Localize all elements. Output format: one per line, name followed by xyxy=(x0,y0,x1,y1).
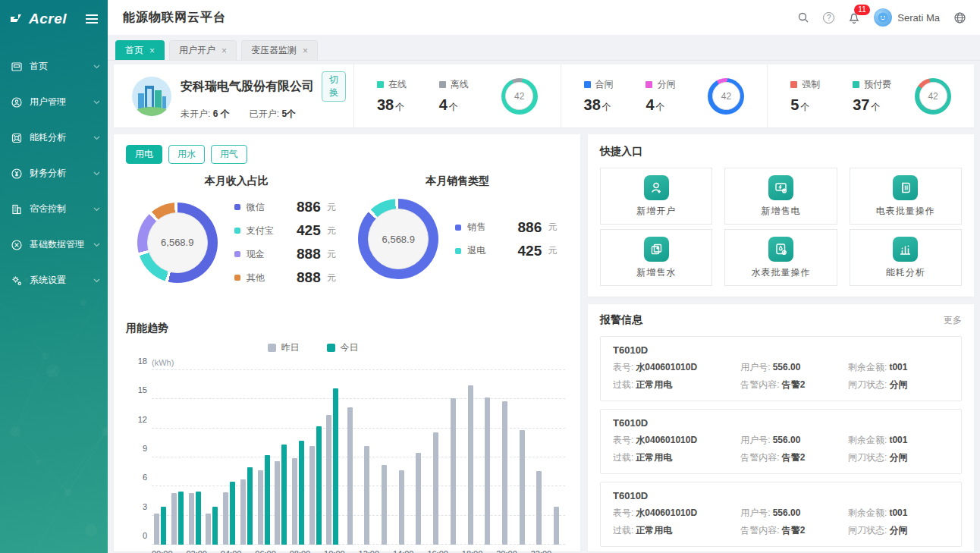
switch-company-button[interactable]: 切换 xyxy=(322,71,346,102)
bar-group xyxy=(410,370,428,545)
bar-昨日 xyxy=(309,446,315,545)
logo-text: Acrel xyxy=(29,11,67,27)
sidebar-item-system-settings[interactable]: 系统设置 xyxy=(0,262,108,298)
quick-energy-analysis-button[interactable]: 能耗分析 xyxy=(850,229,962,286)
x-tick-label xyxy=(345,549,359,553)
alarm-field: 用户号:556.00 xyxy=(740,507,848,520)
sidebar-item-label: 财务分析 xyxy=(30,167,86,180)
bar-今日 xyxy=(333,388,338,545)
sidebar-item-finance-analysis[interactable]: 财务分析 xyxy=(0,156,108,191)
tab-user-account[interactable]: 用户开户 × xyxy=(169,40,237,60)
username: Serati Ma xyxy=(897,12,940,24)
bar-今日 xyxy=(316,426,322,545)
menu-collapse-icon[interactable] xyxy=(85,14,99,24)
sidebar-item-home[interactable]: 首页 xyxy=(0,49,108,84)
quick-entry-grid: 新增开户 新增售电 xyxy=(600,168,962,286)
legend-item-yesterday[interactable]: 昨日 xyxy=(268,341,300,354)
quick-entry-title: 快捷入口 xyxy=(600,145,962,159)
sales-type-chart: 本月销售类型 6,568.9 销售 886 xyxy=(347,174,569,311)
quick-new-account-button[interactable]: 新增开户 xyxy=(600,168,712,225)
tab-transformer-monitor[interactable]: 变压器监测 × xyxy=(241,40,318,60)
notifications-bell-icon[interactable]: 11 xyxy=(848,11,860,24)
topbar: 能源物联网云平台 ? 11 Serati Ma xyxy=(108,0,980,35)
alarm-field: 过载:正常用电 xyxy=(613,451,740,464)
tab-label: 用户开户 xyxy=(179,44,215,57)
sidebar-item-label: 系统设置 xyxy=(30,274,86,287)
tab-home[interactable]: 首页 × xyxy=(115,40,165,60)
bar-今日 xyxy=(161,507,166,545)
bar-group xyxy=(186,370,203,545)
company-block: 安科瑞电气股份有限公司 切换 未开户: 6 个 已开户: 5个 xyxy=(114,64,353,127)
quick-sell-water-button[interactable]: 新增售水 xyxy=(600,229,712,286)
alarm-card[interactable]: T6010D 表号:水040601010D用户号:556.00剩余金额:t001… xyxy=(600,409,962,474)
sidebar-item-energy-analysis[interactable]: 能耗分析 xyxy=(0,120,108,156)
alarm-more-link[interactable]: 更多 xyxy=(944,314,962,327)
search-icon[interactable] xyxy=(797,11,809,24)
bar-group xyxy=(444,370,462,545)
sidebar-item-user-management[interactable]: 用户管理 xyxy=(0,84,108,120)
legend-item: 现金 888 元 xyxy=(234,246,336,262)
stat-forced: 强制 5个 xyxy=(790,78,834,114)
bar-昨日 xyxy=(189,493,194,545)
not-opened-count: 未开户: 6 个 xyxy=(181,108,230,121)
alarm-fields: 表号:水040601010D用户号:556.00剩余金额:t001过载:正常用电… xyxy=(613,361,949,391)
help-icon[interactable]: ? xyxy=(823,12,834,24)
sidebar-item-base-data[interactable]: 基础数据管理 xyxy=(0,227,108,262)
alarm-field: 剩余金额:t001 xyxy=(848,507,949,520)
bar-昨日 xyxy=(468,385,473,545)
alarm-device-id: T6010D xyxy=(613,490,949,501)
sidebar-item-label: 宿舍控制 xyxy=(30,203,86,215)
bar-group xyxy=(221,370,238,545)
notification-count-badge: 11 xyxy=(854,5,869,15)
coin-icon xyxy=(11,168,23,180)
x-tick-label xyxy=(517,549,531,553)
stat-group-payment: 强制 5个 预付费 37个 42 xyxy=(767,64,974,127)
stats-panel: 安科瑞电气股份有限公司 切换 未开户: 6 个 已开户: 5个 在线 38个 xyxy=(114,64,974,127)
bar-昨日 xyxy=(451,398,456,545)
y-tick-label: 12 xyxy=(129,415,147,424)
tab-gas[interactable]: 用气 xyxy=(211,145,247,164)
tab-electricity[interactable]: 用电 xyxy=(126,145,162,164)
sidebar-item-label: 首页 xyxy=(30,60,86,73)
sidebar: Acrel 首页 用户管理 xyxy=(0,0,108,553)
user-menu[interactable]: Serati Ma xyxy=(874,8,940,27)
sidebar-item-dorm-control[interactable]: 宿舍控制 xyxy=(0,191,108,227)
alarm-field: 剩余金额:t001 xyxy=(848,434,949,447)
stat-prepaid: 预付费 37个 xyxy=(853,78,897,114)
bar-昨日 xyxy=(554,507,559,545)
close-icon[interactable]: × xyxy=(303,46,308,56)
quick-sell-electricity-button[interactable]: 新增售电 xyxy=(724,168,837,225)
y-axis-unit-label: (kWh) xyxy=(152,358,174,367)
alarm-field: 过载:正常用电 xyxy=(613,379,740,391)
globe-language-icon[interactable] xyxy=(953,11,966,24)
quick-electric-meter-batch-button[interactable]: 电表批量操作 xyxy=(850,168,962,225)
sell-electricity-icon xyxy=(768,175,793,200)
alarm-device-id: T6010D xyxy=(613,417,949,429)
y-tick-label: 15 xyxy=(129,385,147,394)
quick-water-meter-batch-button[interactable]: 水表批量操作 xyxy=(724,229,837,286)
tab-water[interactable]: 用水 xyxy=(168,145,205,164)
x-tick-label: 06:00 xyxy=(255,549,276,553)
x-tick-label: 22:00 xyxy=(531,549,552,553)
stat-offline: 离线 4个 xyxy=(439,78,483,114)
main-area: 能源物联网云平台 ? 11 Serati Ma xyxy=(108,0,980,553)
income-share-chart: 本月收入占比 6,568.9 微信 886 xyxy=(126,174,347,311)
legend-item-today[interactable]: 今日 xyxy=(327,341,359,354)
alarm-field: 过载:正常用电 xyxy=(613,524,740,537)
close-icon[interactable]: × xyxy=(221,46,227,56)
alarm-card[interactable]: T6010D 表号:水040601010D用户号:556.00剩余金额:t001… xyxy=(600,336,962,401)
bar-昨日 xyxy=(206,514,211,545)
x-tick-label: 10:00 xyxy=(324,549,345,553)
close-icon[interactable]: × xyxy=(149,46,155,56)
alarm-title: 报警信息 xyxy=(600,313,642,327)
bar-昨日 xyxy=(399,470,404,545)
alarm-card[interactable]: T6010D 表号:水040601010D用户号:556.00剩余金额:t001… xyxy=(600,482,962,547)
tab-bar: 首页 × 用户开户 × 变压器监测 × xyxy=(108,35,980,61)
sell-water-icon xyxy=(644,237,669,262)
x-tick-label: 16:00 xyxy=(427,549,448,553)
bar-group xyxy=(479,370,496,545)
x-tick-label xyxy=(413,549,427,553)
x-tick-label xyxy=(379,549,393,553)
y-tick-label: 9 xyxy=(129,444,147,453)
x-tick-label: 12:00 xyxy=(359,549,380,553)
